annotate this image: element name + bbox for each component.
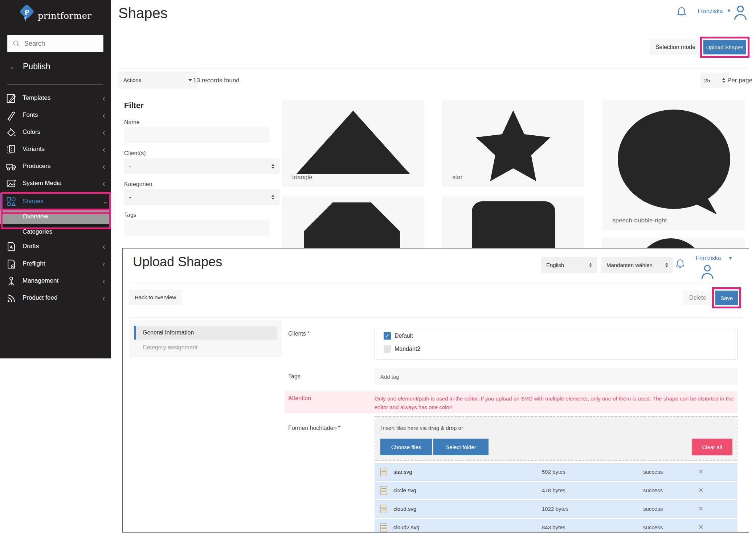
user-name: Franziska [696, 255, 721, 261]
remove-file-icon[interactable]: ✕ [698, 505, 703, 513]
shape-card-triangle[interactable]: triangle [282, 100, 424, 187]
user-menu[interactable]: Franziska [696, 255, 721, 262]
upload-files-label: Formen hochladen * [288, 425, 340, 431]
templates-icon [6, 93, 17, 104]
remove-file-icon[interactable]: ✕ [698, 468, 703, 476]
chevron-left-icon: ‹ [102, 94, 105, 103]
page-title: Shapes [118, 5, 168, 21]
chevron-left-icon: ‹ [102, 111, 105, 120]
filter-clients-select[interactable]: - [124, 158, 279, 174]
chevron-left-icon: ‹ [102, 276, 105, 286]
file-status: success [643, 524, 663, 530]
sidebar-item-fonts[interactable]: Fonts ‹ [0, 107, 111, 124]
shapes-icon [6, 196, 17, 208]
file-dropzone[interactable]: Insert files here via drag & drop or Cho… [375, 416, 737, 461]
choose-files-button[interactable]: Choose files [380, 439, 432, 455]
notifications-bell-icon[interactable] [676, 6, 687, 21]
per-page-label: Per page [727, 77, 752, 84]
user-avatar-icon[interactable] [732, 4, 748, 22]
sidebar-item-producers[interactable]: Producers ‹ [0, 158, 111, 175]
chevron-left-icon: ‹ [102, 162, 105, 172]
sidebar-item-drafts[interactable]: Drafts ‹ [0, 238, 111, 255]
producers-icon [6, 161, 17, 173]
sidebar-item-categories[interactable]: Categories [0, 225, 111, 239]
sidebar-search[interactable] [7, 35, 103, 52]
upload-shapes-modal: Upload Shapes English Mandanten wählen F… [122, 248, 749, 533]
back-to-publish[interactable]: ← Publish [9, 62, 50, 71]
chevron-left-icon: ‹ [102, 145, 105, 155]
client-option-mandant2[interactable]: Mandant2 [384, 345, 420, 353]
divider [7, 84, 103, 85]
shape-card-speech-bubble[interactable]: speech-bubble-right [602, 100, 745, 230]
stepper-arrows-icon [271, 195, 274, 200]
client-option-default[interactable]: ✓ Default [384, 332, 413, 340]
remove-file-icon[interactable]: ✕ [698, 523, 703, 531]
chevron-left-icon: ‹ [102, 259, 105, 269]
client-select[interactable]: Mandanten wählen [601, 257, 673, 273]
dropzone-hint: Insert files here via drag & drop or [381, 425, 463, 431]
sidebar-item-colors[interactable]: Colors ‹ [0, 124, 111, 141]
add-tag-input[interactable] [375, 368, 737, 385]
file-name: cloud.svg [393, 506, 416, 512]
sidebar-item-management[interactable]: Management ‹ [0, 273, 111, 290]
filter-clients-label: Client(s) [124, 150, 146, 157]
remove-file-icon[interactable]: ✕ [698, 486, 703, 494]
sidebar-item-shapes[interactable]: Shapes ‹ [0, 193, 111, 210]
filter-tags-input[interactable] [124, 220, 269, 236]
per-page-select[interactable]: 25 [700, 73, 729, 88]
actions-select[interactable]: Actions [118, 71, 197, 89]
attention-banner: Attention Only one element/path is used … [285, 391, 737, 413]
shape-card-star[interactable]: star [442, 100, 584, 187]
file-row: cloud.svg 1022 bytes success ✕ [375, 500, 737, 518]
sidebar-item-overview[interactable]: Overview [0, 210, 111, 224]
sidebar-item-product-feed[interactable]: Product feed ‹ [0, 290, 111, 307]
star-shape [471, 109, 555, 183]
checkbox-checked-icon[interactable]: ✓ [384, 332, 391, 340]
tab-general-information[interactable]: General Information [134, 326, 277, 340]
file-size: 592 bytes [542, 469, 565, 475]
user-caret-icon[interactable]: ▼ [727, 8, 731, 13]
brand-name: printformer [38, 11, 91, 21]
notifications-bell-icon[interactable] [675, 258, 686, 272]
sidebar-item-templates[interactable]: Templates ‹ [0, 90, 111, 107]
user-menu[interactable]: Franziska [698, 8, 723, 15]
sidebar-item-variants[interactable]: Variants ‹ [0, 141, 111, 158]
filter-name-input[interactable] [124, 127, 269, 143]
modal-tabs: General Information Category assignment [129, 320, 282, 357]
selection-mode-button[interactable]: Selection mode [650, 39, 701, 55]
upload-shapes-button[interactable]: Upload Shapes [703, 40, 746, 54]
card-label: speech-bubble-right [612, 217, 667, 224]
file-name: cloud2.svg [393, 524, 420, 530]
save-button[interactable]: Save [715, 291, 738, 305]
sidebar-item-preflight[interactable]: Preflight ‹ [0, 256, 111, 273]
delete-button[interactable]: Delete [683, 291, 712, 305]
file-status: success [643, 487, 663, 493]
tags-label: Tags [288, 373, 301, 380]
language-select[interactable]: English [541, 257, 597, 273]
attention-label: Attention [288, 395, 311, 402]
arrow-left-icon: ← [9, 62, 18, 71]
product-feed-icon [6, 293, 17, 304]
speech-bubble-shape [609, 106, 737, 218]
filter-categories-select[interactable]: - [124, 189, 279, 205]
filter-name-label: Name [124, 119, 140, 126]
file-size: 1022 bytes [542, 506, 568, 512]
clients-panel: ✓ Default Mandant2 [375, 328, 737, 360]
drafts-icon [6, 241, 17, 253]
user-avatar-icon[interactable] [700, 263, 715, 281]
back-to-overview-button[interactable]: Back to overview [129, 290, 182, 305]
tab-category-assignment[interactable]: Category assignment [143, 344, 197, 351]
file-row: cloud2.svg 843 bytes success ✕ [375, 519, 737, 533]
file-icon [379, 504, 388, 514]
file-icon [379, 523, 388, 532]
checkbox-unchecked-icon[interactable] [384, 345, 391, 353]
modal-title: Upload Shapes [133, 254, 222, 270]
user-caret-icon[interactable]: ▼ [728, 255, 733, 261]
triangle-shape [297, 110, 410, 174]
select-folder-button[interactable]: Select folder [433, 439, 489, 455]
file-icon [379, 486, 388, 495]
search-input[interactable] [24, 40, 94, 48]
sidebar-item-system-media[interactable]: System Media ‹ [0, 175, 111, 192]
file-status: success [643, 506, 663, 512]
clear-all-button[interactable]: Clear all [692, 439, 732, 455]
